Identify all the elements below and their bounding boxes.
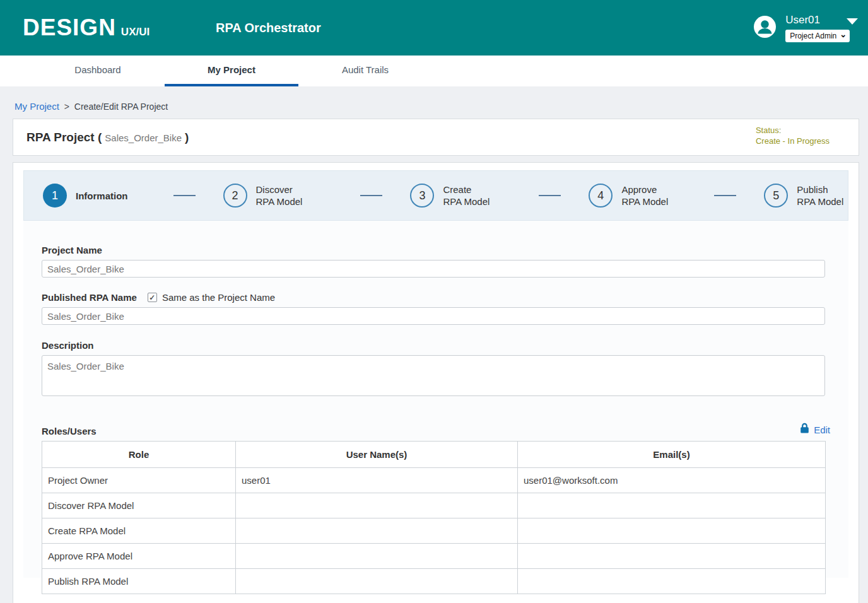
table-header-row: Role User Name(s) Email(s): [42, 442, 826, 468]
step-3-label: Create: [443, 184, 490, 196]
app-header: DESIGN UX/UI RPA Orchestrator User01 Pro…: [0, 0, 868, 56]
step-publish-rpa-model[interactable]: 5 Publish RPA Model: [764, 184, 843, 208]
step-information[interactable]: 1 Information: [43, 184, 128, 208]
step-connector: [360, 195, 382, 196]
page-title-prefix: RPA Project (: [26, 131, 102, 144]
breadcrumb: My Project > Create/Edit RPA Project: [15, 101, 868, 112]
same-as-project-checkbox-label[interactable]: Same as the Project Name: [162, 292, 275, 303]
tab-my-project[interactable]: My Project: [165, 56, 298, 86]
role-cell: Approve RPA Model: [42, 544, 236, 569]
roles-edit-button[interactable]: Edit: [800, 423, 830, 436]
select-chevron-icon: ⌄: [840, 32, 847, 38]
step-approve-rpa-model[interactable]: 4 Approve RPA Model: [589, 184, 668, 208]
project-name-input[interactable]: [42, 260, 825, 278]
step-4-circle: 4: [589, 184, 613, 208]
user-cell: [236, 544, 518, 569]
status-block: Status: Create - In Progress: [756, 125, 830, 146]
email-cell: [518, 493, 826, 518]
step-create-rpa-model[interactable]: 3 Create RPA Model: [410, 184, 490, 208]
step-2-circle: 2: [223, 184, 247, 208]
user-cell: [236, 493, 518, 518]
table-row-discover-rpa-model: Discover RPA Model: [42, 493, 826, 518]
tab-dashboard[interactable]: Dashboard: [31, 56, 165, 86]
email-cell: [518, 518, 826, 544]
step-connector: [714, 195, 736, 196]
column-header-role: Role: [42, 442, 236, 468]
user-cell: [236, 518, 518, 544]
email-cell: [518, 569, 826, 594]
checkbox-check-icon: ✓: [149, 293, 155, 302]
project-main-card: 1 Information 2 Discover RPA Model 3 Cre…: [13, 162, 859, 603]
table-row-project-owner: Project Owner user01 user01@worksoft.com: [42, 468, 826, 493]
email-cell: [518, 544, 826, 569]
user-cell: [236, 569, 518, 594]
primary-tabbar: Dashboard My Project Audit Trails: [0, 56, 868, 86]
step-4-label: Approve: [621, 184, 668, 196]
step-5-circle: 5: [764, 184, 788, 208]
published-rpa-name-label: Published RPA Name: [42, 292, 137, 303]
table-row-publish-rpa-model: Publish RPA Model: [42, 569, 826, 594]
logo-subtext: UX/UI: [121, 26, 150, 38]
user-caret-down-icon[interactable]: [847, 18, 858, 25]
step-3-circle: 3: [410, 184, 434, 208]
app-title: RPA Orchestrator: [216, 21, 321, 35]
breadcrumb-separator: >: [64, 102, 69, 112]
step-2-label: Discover: [256, 184, 303, 196]
page-title-project-name: Sales_Order_Bike: [105, 132, 182, 143]
wizard-stepper: 1 Information 2 Discover RPA Model 3 Cre…: [23, 170, 848, 221]
role-select[interactable]: Project Admin ⌄: [785, 30, 850, 42]
table-row-approve-rpa-model: Approve RPA Model: [42, 544, 826, 569]
role-cell: Publish RPA Model: [42, 569, 236, 594]
status-value: Create - In Progress: [756, 136, 830, 146]
step-connector: [539, 195, 561, 196]
roles-users-title: Roles/Users: [42, 426, 97, 436]
column-header-emails: Email(s): [518, 442, 826, 468]
project-title-card: RPA Project ( Sales_Order_Bike ) Status:…: [13, 119, 859, 156]
column-header-user-names: User Name(s): [236, 442, 518, 468]
status-label: Status:: [756, 125, 830, 136]
tab-audit-trails[interactable]: Audit Trails: [298, 56, 432, 86]
step-5-label: Publish: [797, 184, 843, 196]
user-avatar-icon[interactable]: [753, 15, 777, 41]
role-cell: Project Owner: [42, 468, 236, 493]
lock-icon: [800, 423, 809, 436]
published-rpa-name-input[interactable]: [42, 307, 825, 325]
page-title-suffix: ): [185, 131, 189, 144]
same-as-project-checkbox[interactable]: ✓: [148, 293, 157, 302]
step-connector: [173, 195, 196, 196]
description-textarea[interactable]: [42, 355, 825, 396]
role-cell: Discover RPA Model: [42, 493, 236, 518]
user-cell: user01: [236, 468, 518, 493]
user-name: User01: [785, 14, 820, 26]
step-discover-rpa-model[interactable]: 2 Discover RPA Model: [223, 184, 303, 208]
breadcrumb-link-my-project[interactable]: My Project: [15, 101, 59, 112]
role-select-value: Project Admin: [790, 32, 836, 40]
role-cell: Create RPA Model: [42, 518, 236, 544]
breadcrumb-current: Create/Edit RPA Project: [74, 102, 168, 112]
description-label: Description: [42, 340, 830, 351]
step-1-label: Information: [76, 190, 128, 202]
user-menu: User01 Project Admin ⌄: [753, 14, 858, 42]
step-1-circle: 1: [43, 184, 67, 208]
logo-text: DESIGN: [23, 15, 116, 41]
roles-edit-label: Edit: [814, 424, 830, 435]
project-name-label: Project Name: [42, 245, 830, 255]
information-form: Project Name Published RPA Name ✓ Same a…: [23, 221, 848, 578]
email-cell: user01@worksoft.com: [518, 468, 826, 493]
roles-users-table: Role User Name(s) Email(s) Project Owner…: [42, 441, 826, 594]
brand-logo: DESIGN UX/UI: [23, 15, 150, 41]
table-row-create-rpa-model: Create RPA Model: [42, 518, 826, 544]
